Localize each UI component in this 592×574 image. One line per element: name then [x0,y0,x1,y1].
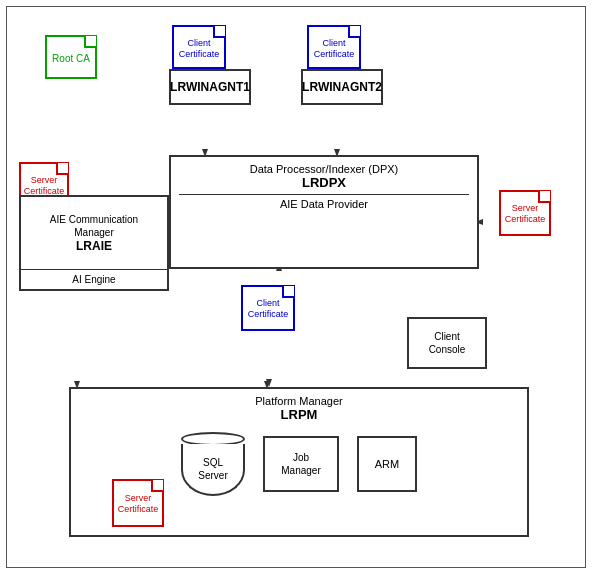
lrwinagnt2-box: LRWINAGNT2 [301,69,383,105]
lraie-sub: AI Engine [21,269,167,289]
lraie-name: LRAIE [76,239,112,253]
platform-mgr-title: Platform Manager [255,395,342,407]
platform-mgr-name: LRPM [255,407,342,422]
server-cert-lrpm-icon: ServerCertificate [112,479,164,527]
lrwinagnt1-box: LRWINAGNT1 [169,69,251,105]
server-cert-lraie-label: ServerCertificate [24,175,65,197]
lrdpx-name: LRDPX [250,175,399,190]
root-ca-label: Root CA [52,53,90,65]
job-manager-box: JobManager [263,436,339,492]
client-console-box: ClientConsole [407,317,487,369]
lrdpx-box: Data Processor/Indexer (DPX) LRDPX AIE D… [169,155,479,269]
architecture-diagram: Root CA ClientCertificate ClientCertific… [6,6,586,568]
client-cert-2-label: ClientCertificate [314,38,355,60]
root-ca-icon: Root CA [45,35,97,79]
job-manager-label: JobManager [281,451,320,477]
client-console-label: ClientConsole [429,330,466,356]
sql-server-cylinder: SQLServer [181,432,245,496]
arm-box: ARM [357,436,417,492]
lrwinagnt2-label: LRWINAGNT2 [302,80,382,94]
client-cert-3-icon: ClientCertificate [241,285,295,331]
server-cert-lrpm-label: ServerCertificate [118,493,159,515]
lraie-title: AIE CommunicationManager [50,213,138,239]
lrwinagnt1-label: LRWINAGNT1 [170,80,250,94]
server-cert-lrdpx-label: ServerCertificate [505,203,546,225]
sql-server-label: SQLServer [198,456,227,482]
arm-label: ARM [375,458,399,470]
lrdpx-title: Data Processor/Indexer (DPX) [250,163,399,175]
lraie-box: AIE CommunicationManager LRAIE AI Engine [19,195,169,291]
client-cert-3-label: ClientCertificate [248,298,289,320]
server-cert-lrdpx-icon: ServerCertificate [499,190,551,236]
client-cert-1-label: ClientCertificate [179,38,220,60]
client-cert-1-icon: ClientCertificate [172,25,226,69]
lrdpx-sub: AIE Data Provider [179,194,469,213]
client-cert-2-icon: ClientCertificate [307,25,361,69]
